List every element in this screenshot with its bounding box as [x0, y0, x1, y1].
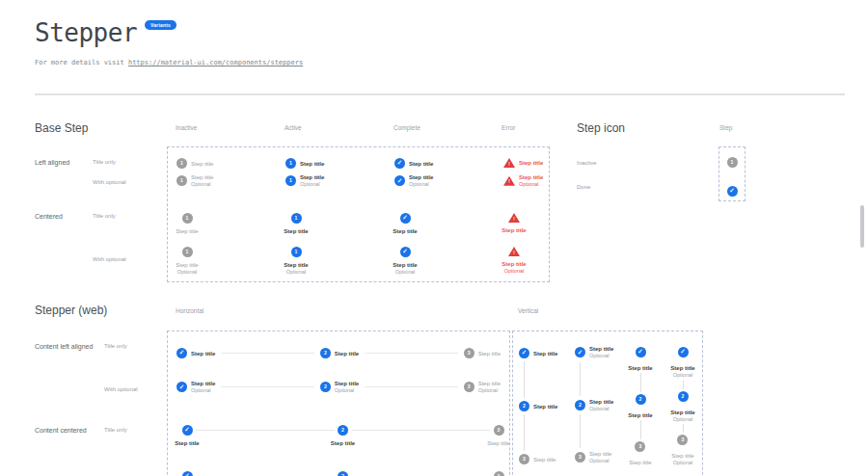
step-optional-label: Optional	[673, 373, 693, 379]
step-texts: Step title	[335, 351, 359, 357]
step-texts: Step title	[175, 440, 199, 446]
step-icon: 3	[494, 471, 504, 476]
step-icon: 2	[320, 382, 331, 392]
step-icon: ✓	[636, 347, 646, 357]
step-icon: ✓	[394, 158, 405, 169]
step-icon: 2	[320, 348, 331, 358]
step-icon: 3	[677, 435, 688, 445]
step: ! Step title	[503, 158, 543, 168]
row-group-label: Centered	[35, 213, 63, 220]
step-optional-label: Optional	[286, 270, 307, 276]
step-texts: Step title	[409, 161, 433, 167]
step-title: Step title	[300, 174, 324, 180]
base-step-cell: 1 Step title	[285, 158, 394, 175]
step: ✓ Step title Optional	[383, 247, 427, 276]
row-group-label: Content left aligned	[35, 343, 93, 350]
step-title: Step title	[335, 351, 359, 357]
step-icon: 2	[519, 401, 529, 411]
row-group-label: Left aligned	[35, 159, 69, 166]
step-icon: 1	[727, 157, 738, 168]
row-sub-label: With optional	[93, 256, 126, 262]
step-icon: ✓	[678, 347, 689, 357]
connector	[365, 353, 457, 354]
step-title: Step title	[519, 160, 543, 166]
base-step-row-left-optional: 1 Step title Optional 1 Step title Optio…	[168, 174, 612, 192]
base-step-cell: ✓ Step title Optional	[394, 174, 503, 192]
step-optional-label: Optional	[504, 269, 525, 275]
step-title: Step title	[628, 365, 652, 371]
step-title: Step title	[533, 351, 557, 357]
step-title: Step title	[393, 228, 417, 234]
step-texts: Step title Optional	[670, 410, 694, 423]
step-optional-label: Optional	[589, 354, 613, 359]
row-sub-label: Done	[577, 184, 590, 190]
step: 2 Step title	[628, 394, 652, 418]
step-texts: Step title	[176, 228, 198, 234]
step-optional-label: Optional	[191, 388, 215, 394]
step-title: Step title	[671, 453, 693, 459]
base-step-cell: ✓ Step title Optional	[394, 247, 503, 276]
header-divider	[35, 93, 845, 95]
step: 3 Step title Optional	[464, 381, 501, 394]
step-optional-label: Optional	[478, 388, 501, 394]
step: 3 Step title	[519, 454, 556, 464]
step-icon: ✓	[182, 425, 193, 436]
step-title: Step title	[670, 365, 694, 371]
connector	[352, 430, 491, 431]
step-icon: 3	[464, 382, 475, 392]
vertical-stepper-center-title: ✓ Step title 2 Step title 3 Step title	[619, 347, 662, 465]
step-texts: Step title Optional	[519, 174, 543, 188]
step-optional-label: Optional	[673, 461, 693, 466]
step-title: Step title	[191, 161, 213, 167]
base-step-cell: ✓ Step title	[394, 158, 503, 175]
step-texts: Step title	[533, 351, 557, 357]
step-title: Step title	[191, 174, 213, 180]
step-icon: 1	[285, 158, 296, 169]
connector	[221, 386, 313, 387]
step: 2 Step title Optional	[670, 391, 694, 423]
column-header-horizontal: Horizontal	[176, 307, 203, 314]
step-texts: Step title	[191, 161, 213, 167]
step-title: Step title	[628, 412, 652, 418]
step-icon-box: 1 ✓	[719, 146, 746, 201]
step-icon: ✓	[176, 348, 187, 358]
step: ✓ Step title Optional	[670, 347, 694, 379]
step-title: Step title	[331, 440, 355, 446]
step: ✓ Step title	[519, 348, 557, 358]
connector	[683, 424, 684, 433]
base-step-cell: 1 Step title Optional	[176, 247, 285, 276]
step: 3 Step title	[629, 441, 651, 465]
step: 1 Step title Optional	[176, 174, 213, 188]
connector	[196, 430, 335, 431]
connector	[640, 373, 641, 392]
step-optional-label: Optional	[519, 182, 543, 188]
step-icon: 3	[494, 425, 504, 436]
row-sub-label: Inactive	[577, 160, 597, 166]
step-texts: Step title Optional	[409, 174, 433, 188]
step-optional-label: Optional	[191, 182, 213, 188]
step: ✓ Step title	[165, 425, 209, 446]
step-title: Step title	[409, 174, 433, 180]
step: 1 Step title Optional	[165, 247, 209, 276]
step-icon: !	[503, 158, 515, 168]
step-title: Step title	[589, 346, 613, 352]
step-texts: Step title Optional	[176, 262, 198, 276]
base-step-box: 1 Step title 1 Step title	[167, 146, 550, 282]
scrollbar-thumb[interactable]	[860, 205, 864, 248]
step-title: Step title	[670, 410, 694, 415]
step: 1	[727, 157, 738, 168]
step-title: Step title	[175, 440, 199, 446]
step-icon: 1	[176, 158, 187, 169]
step-icon: 2	[636, 394, 646, 405]
step-optional-label: Optional	[335, 388, 359, 394]
step-texts: Step title	[284, 228, 308, 234]
material-ui-link[interactable]: https://material-ui.com/components/stepp…	[128, 59, 303, 66]
horizontal-stepper-center-title: ✓ Step title 2 Step title 3 Step title	[165, 425, 521, 446]
step: 2 Step title	[320, 348, 359, 358]
vertical-stepper-box: ✓ Step title 2 Step title 3 Step title	[512, 331, 703, 476]
step-texts: Step title	[628, 365, 652, 371]
base-step-cell: 1 Step title	[176, 213, 285, 234]
horizontal-stepper-box: ✓ Step title 2 Step title 3 Step title	[167, 331, 510, 476]
step-title: Step title	[191, 351, 215, 357]
row-sub-label: Title only	[93, 213, 116, 219]
